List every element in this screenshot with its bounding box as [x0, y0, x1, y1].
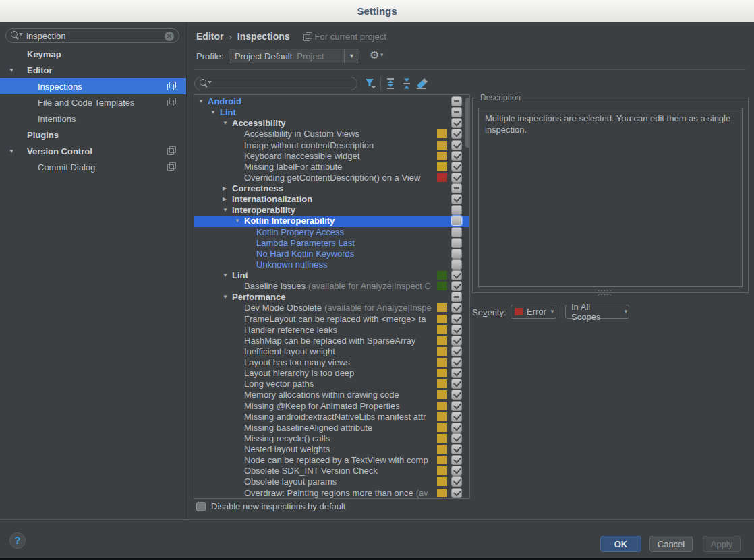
chevron-down-icon[interactable]: ▼ [344, 49, 359, 63]
inspection-enabled-checkbox[interactable] [451, 303, 462, 313]
tree-row-missing-baselinealigned-attribute[interactable]: Missing baselineAligned attribute [194, 423, 469, 433]
inspection-enabled-checkbox[interactable] [451, 259, 462, 270]
tree-row-layout-has-too-many-views[interactable]: Layout has too many views [194, 357, 469, 368]
inspection-enabled-checkbox[interactable] [451, 151, 462, 161]
ok-button[interactable]: OK [600, 536, 641, 552]
filter-funnel-icon[interactable] [364, 77, 376, 90]
collapse-all-icon[interactable] [401, 77, 413, 90]
tree-row-image-without-contentdescription[interactable]: Image without contentDescription [194, 140, 469, 151]
inspection-enabled-checkbox[interactable] [451, 194, 462, 204]
tree-row-node-can-be-replaced-by-a-textview-with-comp[interactable]: Node can be replaced by a TextView with … [194, 455, 469, 466]
inspection-enabled-checkbox[interactable] [451, 357, 462, 367]
reset-eraser-icon[interactable] [415, 77, 428, 90]
tree-row-keyboard-inaccessible-widget[interactable]: Keyboard inaccessible widget [194, 151, 469, 162]
inspection-enabled-checkbox[interactable] [451, 140, 462, 150]
tree-row-long-vector-paths[interactable]: Long vector paths [194, 379, 469, 390]
inspection-enabled-checkbox[interactable] [451, 488, 462, 498]
tree-expand-arrow-icon[interactable]: ▶ [221, 194, 232, 205]
tree-row-missing-android-extractnativelibs-manifest-attr[interactable]: Missing android:extractNativeLibs manife… [194, 412, 469, 423]
tree-row-memory-allocations-within-drawing-code[interactable]: Memory allocations within drawing code [194, 390, 469, 400]
inspection-enabled-checkbox[interactable] [451, 346, 462, 356]
tree-row-missing-recycle-calls[interactable]: Missing recycle() calls [194, 433, 469, 444]
titlebar[interactable]: Settings [0, 0, 754, 22]
tree-row-correctness[interactable]: ▶Correctness [194, 183, 469, 194]
scope-combobox[interactable]: In All Scopes ▼ [565, 305, 629, 319]
tree-collapse-arrow-icon[interactable]: ▼ [221, 270, 232, 281]
tree-row-accessibility[interactable]: ▼Accessibility [194, 118, 469, 129]
chevron-down-icon[interactable]: ▼ [9, 67, 14, 73]
inspection-enabled-checkbox[interactable] [451, 476, 462, 487]
inspection-enabled-checkbox[interactable] [451, 96, 462, 106]
inspection-enabled-checkbox[interactable] [451, 423, 462, 433]
tree-row-framelayout-can-be-replaced-with-merge-ta[interactable]: FrameLayout can be replaced with <merge>… [194, 314, 469, 325]
tree-row-nested-layout-weights[interactable]: Nested layout weights [194, 444, 469, 455]
disable-new-inspections-checkbox[interactable] [196, 502, 206, 511]
chevron-down-icon[interactable]: ▼ [9, 148, 14, 154]
tree-row-obsolete-sdk-int-version-check[interactable]: Obsolete SDK_INT Version Check [194, 466, 469, 476]
tree-row-layout-hierarchy-is-too-deep[interactable]: Layout hierarchy is too deep [194, 368, 469, 379]
inspection-enabled-checkbox[interactable] [451, 444, 462, 454]
tree-row-handler-reference-leaks[interactable]: Handler reference leaks [194, 325, 469, 336]
inspection-enabled-checkbox[interactable] [451, 433, 462, 443]
breadcrumb-section[interactable]: Editor [196, 31, 223, 42]
clear-search-icon[interactable]: ✕ [165, 32, 174, 41]
tree-collapse-arrow-icon[interactable]: ▼ [209, 107, 220, 118]
tree-row-dev-mode-obsolete[interactable]: Dev Mode Obsolete(available for Analyze|… [194, 303, 469, 313]
inspection-enabled-checkbox[interactable] [451, 336, 462, 346]
sidebar-item-inspections[interactable]: Inspections [0, 78, 186, 94]
tree-row-android[interactable]: ▼Android [194, 96, 469, 107]
tree-row-overriding-getcontentdescription-on-a-view[interactable]: Overriding getContentDescription() on a … [194, 173, 469, 183]
tree-row-kotlin-property-access[interactable]: Kotlin Property Access [194, 227, 469, 238]
tree-row-unknown-nullness[interactable]: Unknown nullness [194, 259, 469, 270]
tree-collapse-arrow-icon[interactable]: ▼ [221, 292, 232, 303]
tree-row-performance[interactable]: ▼Performance [194, 292, 469, 303]
inspection-enabled-checkbox[interactable] [451, 238, 462, 248]
inspection-enabled-checkbox[interactable] [451, 379, 462, 389]
inspection-enabled-checkbox[interactable] [451, 325, 462, 335]
inspection-enabled-checkbox[interactable] [451, 227, 462, 237]
inspection-enabled-checkbox[interactable] [451, 390, 462, 400]
tree-scrollbar[interactable] [465, 98, 470, 148]
inspection-enabled-checkbox[interactable] [451, 205, 462, 215]
tree-row-accessibility-in-custom-views[interactable]: Accessibility in Custom Views [194, 129, 469, 139]
tree-row-kotlin-interoperability[interactable]: ▼Kotlin Interoperability [194, 216, 469, 226]
inspection-enabled-checkbox[interactable] [451, 107, 462, 117]
inspection-enabled-checkbox[interactable] [451, 249, 462, 259]
tree-row-hashmap-can-be-replaced-with-sparsearray[interactable]: HashMap can be replaced with SparseArray [194, 336, 469, 346]
inspection-enabled-checkbox[interactable] [451, 455, 462, 465]
inspection-enabled-checkbox[interactable] [451, 173, 462, 183]
tree-collapse-arrow-icon[interactable]: ▼ [221, 118, 232, 129]
tree-row-lambda-parameters-last[interactable]: Lambda Parameters Last [194, 238, 469, 249]
sidebar-item-intentions[interactable]: Intentions [0, 111, 186, 127]
inspection-enabled-checkbox[interactable] [451, 292, 462, 302]
tree-row-no-hard-kotlin-keywords[interactable]: No Hard Kotlin Keywords [194, 249, 469, 259]
splitter-grip-handle[interactable]: ·········· [598, 289, 612, 297]
tree-row-overdraw-painting-regions-more-than-once[interactable]: Overdraw: Painting regions more than onc… [194, 488, 469, 499]
inspection-enabled-checkbox[interactable] [451, 368, 462, 378]
inspection-enabled-checkbox[interactable] [451, 129, 462, 139]
tree-row-obsolete-layout-params[interactable]: Obsolete layout params [194, 476, 469, 487]
tree-row-interoperability[interactable]: ▼Interoperability [194, 205, 469, 216]
sidebar-item-version-control[interactable]: ▼Version Control [0, 143, 186, 159]
tree-row-missing-labelfor-attribute[interactable]: Missing labelFor attribute [194, 162, 469, 173]
inspection-enabled-checkbox[interactable] [451, 183, 462, 193]
tree-row-baseline-issues[interactable]: Baseline Issues(available for Analyze|In… [194, 281, 469, 292]
inspection-enabled-checkbox[interactable] [451, 314, 462, 324]
inspection-enabled-checkbox[interactable] [451, 162, 462, 172]
sidebar-item-keymap[interactable]: Keymap [0, 46, 186, 62]
inspection-enabled-checkbox[interactable] [451, 466, 462, 476]
tree-collapse-arrow-icon[interactable]: ▼ [197, 96, 208, 107]
inspection-enabled-checkbox[interactable] [451, 216, 462, 226]
tree-row-lint[interactable]: ▼Lint [194, 270, 469, 281]
sidebar-item-editor[interactable]: ▼Editor [0, 62, 186, 78]
apply-button[interactable]: Apply [703, 536, 741, 552]
profile-actions-gear-icon[interactable]: ⚙▼ [370, 49, 384, 61]
cancel-button[interactable]: Cancel [649, 536, 693, 552]
settings-search-input[interactable]: inspection ✕ [5, 28, 179, 43]
inspection-enabled-checkbox[interactable] [451, 412, 462, 422]
sidebar-item-plugins[interactable]: Plugins [0, 127, 186, 143]
inspection-enabled-checkbox[interactable] [451, 118, 462, 128]
profile-combobox[interactable]: Project Default Project ▼ [229, 49, 359, 63]
expand-all-icon[interactable] [384, 77, 397, 90]
inspection-enabled-checkbox[interactable] [451, 270, 462, 280]
